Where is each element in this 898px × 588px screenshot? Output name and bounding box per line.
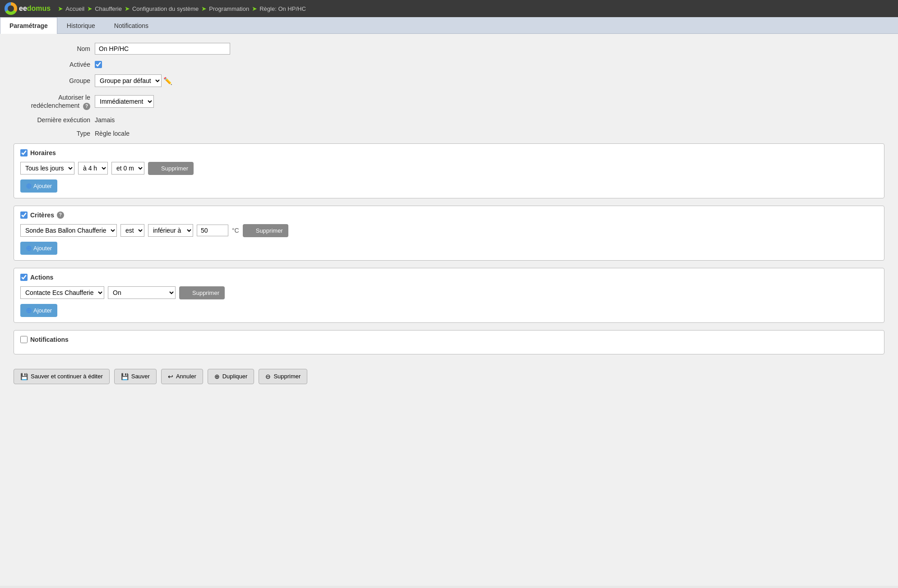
actions-action-select[interactable]: On: [108, 286, 176, 299]
actions-section: Actions Contacte Ecs Chaufferie On ⊖ Sup…: [14, 268, 884, 323]
breadcrumb-config[interactable]: ➤ Configuration du système: [125, 5, 199, 12]
type-value: Règle locale: [95, 130, 130, 137]
tab-historique[interactable]: Historique: [57, 17, 105, 34]
activee-row: Activée: [14, 61, 884, 68]
trash-icon: ⊖: [265, 373, 271, 380]
horaires-ajouter-button[interactable]: ⊕ Ajouter: [20, 179, 57, 193]
arrow-icon: ➤: [87, 5, 93, 12]
main-content: Nom Activée Groupe Groupe par défaut ✏️ …: [0, 34, 898, 586]
derniere-value: Jamais: [95, 116, 115, 124]
type-label: Type: [14, 130, 90, 137]
criteres-help-icon[interactable]: ?: [57, 211, 64, 219]
dupliquer-button[interactable]: ⊕ Dupliquer: [208, 369, 255, 384]
notifications-header: Notifications: [20, 336, 878, 343]
groupe-label: Groupe: [14, 77, 90, 84]
horaires-day-select[interactable]: Tous les jours: [20, 162, 74, 175]
horaires-section: Horaires Tous les jours à 4 h et 0 m ⊖ S…: [14, 143, 884, 198]
derniere-label: Dernière exécution: [14, 116, 90, 124]
notifications-section: Notifications: [14, 330, 884, 354]
derniere-row: Dernière exécution Jamais: [14, 116, 884, 124]
arrow-icon: ➤: [201, 5, 207, 12]
criteres-operator1-select[interactable]: est: [120, 224, 144, 237]
criteres-unit-label: °C: [232, 227, 239, 234]
floppy-icon: 💾: [121, 373, 129, 380]
criteres-row: Sonde Bas Ballon Chaufferie est inférieu…: [20, 224, 878, 237]
horaires-minute-select[interactable]: et 0 m: [111, 162, 144, 175]
criteres-section: Critères ? Sonde Bas Ballon Chaufferie e…: [14, 206, 884, 261]
notifications-label: Notifications: [30, 336, 69, 343]
sauver-button[interactable]: 💾 Sauver: [114, 369, 157, 384]
topbar: eedomus ➤ Accueil ➤ Chaufferie ➤ Configu…: [0, 0, 898, 17]
tab-notifications[interactable]: Notifications: [105, 17, 158, 34]
groupe-select[interactable]: Groupe par défaut: [95, 74, 162, 87]
plus-icon: ⊕: [26, 306, 32, 315]
tabbar: Paramétrage Historique Notifications: [0, 17, 898, 34]
logo-text: eedomus: [19, 5, 51, 13]
actions-supprimer-button[interactable]: ⊖ Supprimer: [179, 286, 225, 299]
horaires-header: Horaires: [20, 149, 878, 156]
autoriser-row: Autoriser le redéclenchement ? Immédiate…: [14, 93, 884, 110]
activee-checkbox[interactable]: [95, 61, 102, 68]
horaires-row: Tous les jours à 4 h et 0 m ⊖ Supprimer: [20, 162, 878, 175]
undo-icon: ↩: [168, 373, 173, 380]
actions-checkbox[interactable]: [20, 274, 28, 281]
actions-device-select[interactable]: Contacte Ecs Chaufferie: [20, 286, 104, 299]
minus-icon: ⊖: [153, 164, 159, 173]
type-row: Type Règle locale: [14, 130, 884, 137]
actions-header: Actions: [20, 274, 878, 281]
actions-ajouter-button[interactable]: ⊕ Ajouter: [20, 304, 57, 317]
notifications-checkbox[interactable]: [20, 336, 28, 343]
nom-label: Nom: [14, 45, 90, 52]
plus-icon: ⊕: [26, 244, 32, 253]
horaires-checkbox[interactable]: [20, 149, 28, 156]
arrow-icon: ➤: [252, 5, 257, 12]
breadcrumb-regle: ➤ Règle: On HP/HC: [252, 5, 306, 12]
minus-icon: ⊖: [185, 289, 190, 297]
criteres-supprimer-button[interactable]: ⊖ Supprimer: [243, 224, 288, 237]
criteres-header: Critères ?: [20, 211, 878, 219]
criteres-threshold-input[interactable]: [197, 225, 228, 236]
criteres-checkbox[interactable]: [20, 211, 28, 219]
help-icon[interactable]: ?: [83, 103, 90, 110]
logo[interactable]: eedomus: [5, 2, 51, 15]
plus-icon: ⊕: [26, 182, 32, 190]
nom-row: Nom: [14, 43, 884, 55]
floppy-icon: 💾: [20, 373, 28, 380]
criteres-operator2-select[interactable]: inférieur à: [148, 224, 193, 237]
breadcrumb-programmation[interactable]: ➤ Programmation: [201, 5, 249, 12]
supprimer-button[interactable]: ⊖ Supprimer: [259, 369, 307, 384]
horaires-label: Horaires: [30, 149, 56, 156]
actions-row: Contacte Ecs Chaufferie On ⊖ Supprimer: [20, 286, 878, 299]
nom-input[interactable]: [95, 43, 230, 55]
activee-label: Activée: [14, 61, 90, 68]
horaires-hour-select[interactable]: à 4 h: [78, 162, 108, 175]
criteres-label: Critères: [30, 211, 54, 219]
minus-icon: ⊖: [248, 226, 254, 235]
groupe-edit-button[interactable]: ✏️: [162, 76, 174, 86]
tab-parametrage[interactable]: Paramétrage: [0, 17, 57, 34]
groupe-row: Groupe Groupe par défaut ✏️: [14, 74, 884, 87]
copy-icon: ⊕: [214, 373, 220, 380]
horaires-supprimer-button[interactable]: ⊖ Supprimer: [148, 162, 194, 175]
criteres-ajouter-button[interactable]: ⊕ Ajouter: [20, 242, 57, 255]
annuler-button[interactable]: ↩ Annuler: [161, 369, 203, 384]
action-buttons: 💾 Sauver et continuer à éditer 💾 Sauver …: [14, 362, 884, 391]
autoriser-select[interactable]: Immédiatement: [95, 95, 154, 108]
criteres-sensor-select[interactable]: Sonde Bas Ballon Chaufferie: [20, 224, 117, 237]
breadcrumb-chaufferie[interactable]: ➤ Chaufferie: [87, 5, 122, 12]
sauver-continuer-button[interactable]: 💾 Sauver et continuer à éditer: [14, 369, 110, 384]
autoriser-label: Autoriser le redéclenchement ?: [14, 93, 90, 110]
actions-label: Actions: [30, 274, 53, 281]
breadcrumb-accueil[interactable]: ➤ Accueil: [58, 5, 84, 12]
arrow-icon: ➤: [58, 5, 63, 12]
arrow-icon: ➤: [125, 5, 130, 12]
